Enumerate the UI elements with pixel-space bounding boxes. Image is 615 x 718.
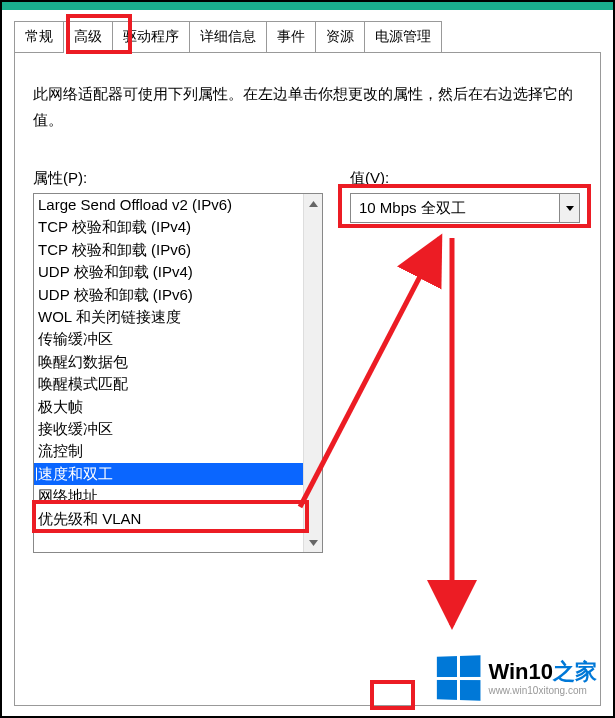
scroll-up-button[interactable] (304, 194, 322, 213)
watermark: Win10之家 www.win10xitong.com (436, 656, 597, 700)
list-item[interactable]: 流控制 (34, 440, 303, 462)
property-listbox[interactable]: Large Send Offload v2 (IPv6)TCP 校验和卸载 (I… (33, 193, 323, 553)
tab-events[interactable]: 事件 (266, 21, 316, 52)
tab-details[interactable]: 详细信息 (189, 21, 267, 52)
list-item[interactable]: WOL 和关闭链接速度 (34, 306, 303, 328)
list-item[interactable]: UDP 校验和卸载 (IPv6) (34, 284, 303, 306)
list-item[interactable]: 速度和双工 (34, 463, 303, 485)
tab-advanced[interactable]: 高级 (63, 21, 113, 53)
list-item[interactable]: UDP 校验和卸载 (IPv4) (34, 261, 303, 283)
list-item[interactable]: 网络地址 (34, 485, 303, 507)
tab-resources[interactable]: 资源 (315, 21, 365, 52)
tab-strip: 常规 高级 驱动程序 详细信息 事件 资源 电源管理 (14, 22, 441, 52)
chevron-down-icon (566, 206, 574, 211)
scroll-down-button[interactable] (304, 533, 322, 552)
tab-panel-advanced: 此网络适配器可使用下列属性。在左边单击你想更改的属性，然后在右边选择它的值。 属… (14, 52, 601, 706)
list-item[interactable]: TCP 校验和卸载 (IPv4) (34, 216, 303, 238)
tab-power[interactable]: 电源管理 (364, 21, 442, 52)
dialog-body: 常规 高级 驱动程序 详细信息 事件 资源 电源管理 此网络适配器可使用下列属性… (2, 10, 613, 716)
dropdown-button[interactable] (559, 194, 579, 222)
value-label: 值(V): (350, 169, 389, 188)
list-item[interactable]: 传输缓冲区 (34, 328, 303, 350)
scrollbar[interactable] (303, 194, 322, 552)
property-label: 属性(P): (33, 169, 87, 188)
list-item[interactable]: 唤醒模式匹配 (34, 373, 303, 395)
tab-driver[interactable]: 驱动程序 (112, 21, 190, 52)
list-item[interactable]: TCP 校验和卸载 (IPv6) (34, 239, 303, 261)
list-item[interactable]: Large Send Offload v2 (IPv6) (34, 194, 303, 216)
value-dropdown[interactable]: 10 Mbps 全双工 (350, 193, 580, 223)
title-bar (2, 2, 613, 10)
watermark-brand: Win10之家 (488, 660, 597, 684)
scroll-track[interactable] (304, 213, 322, 533)
description-text: 此网络适配器可使用下列属性。在左边单击你想更改的属性，然后在右边选择它的值。 (33, 81, 582, 132)
value-dropdown-text: 10 Mbps 全双工 (351, 199, 559, 218)
list-item[interactable]: 极大帧 (34, 396, 303, 418)
tab-general[interactable]: 常规 (14, 21, 64, 52)
list-item[interactable]: 优先级和 VLAN (34, 508, 303, 530)
list-item[interactable]: 接收缓冲区 (34, 418, 303, 440)
list-item[interactable]: 唤醒幻数据包 (34, 351, 303, 373)
watermark-url: www.win10xitong.com (488, 685, 597, 696)
windows-logo-icon (437, 655, 481, 700)
